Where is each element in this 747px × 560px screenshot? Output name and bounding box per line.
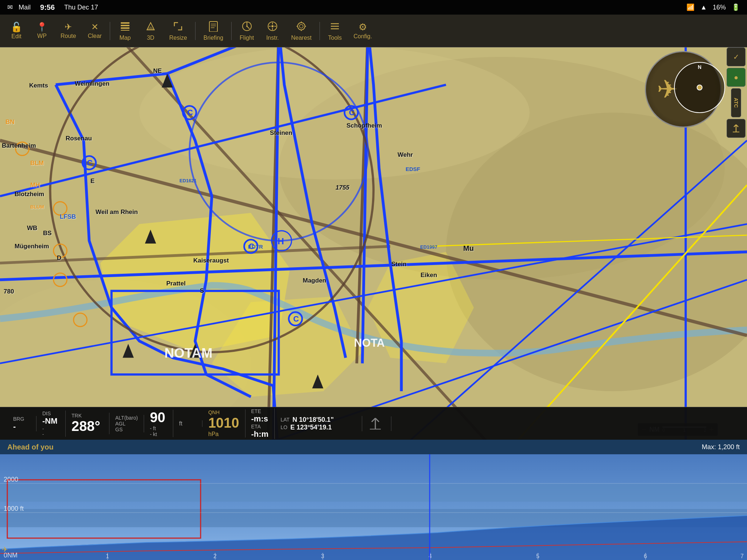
place-blotzheim: Blotzheim [15,191,44,198]
briefing-icon [208,21,219,33]
toolbar-clear-button[interactable]: ✕ Clear [82,20,108,42]
alt-val-group: 90 - ft - kt [144,410,173,437]
status-date: Thu Dec 17 [64,4,98,11]
agl-label: AGL [115,421,138,427]
svg-rect-0 [121,22,129,24]
toolbar-wp-button[interactable]: 📍 WP [29,20,55,42]
toolbar-flight-button[interactable]: Flight [234,19,260,43]
map-area[interactable]: C C C C C H NOTAM NOTA Weimlingen Kemts … [0,47,747,440]
map-label-btn: Map [119,35,131,41]
place-bn: BN [5,118,15,126]
dis-group: DIS -NM - - [36,411,66,437]
toolbar-edit-button[interactable]: 🔓 Edit [4,20,29,42]
alt-label: ALT(baro) [115,415,138,421]
qnh-unit: hPa [208,431,239,438]
qnh-group: QNH 1010 hPa [202,409,245,438]
profile-area: Ahead of you Max: 1,200 ft [0,440,747,560]
place-s: S [200,287,204,295]
agl-value: - ft [150,425,167,431]
sidebar-green-button[interactable]: ● [727,68,746,87]
sidebar-signal-button[interactable] [727,119,746,138]
toolbar-instr-button[interactable]: Instr. [260,19,285,43]
svg-text:NOTA: NOTA [354,337,385,349]
config-label: Config. [353,33,372,40]
place-lfsb: LFSB [60,213,76,221]
place-bartenheim: Bartenheim [2,142,36,149]
place-d: D [57,254,61,262]
flight-label: Flight [240,35,254,41]
brg-label: BRG [13,416,30,422]
toolbar-resize-button[interactable]: Resize [163,19,193,43]
place-wb: WB [27,225,37,232]
alt-group: ALT(baro) AGL GS [109,415,144,432]
edit-icon: 🔓 [11,22,22,32]
instrument-bar: BRG - DIS -NM - - TRK 288° ALT(baro) AGL… [0,407,747,440]
svg-rect-90 [0,483,747,502]
qnh-value: 1010 [208,415,239,431]
svg-text:C: C [187,108,193,117]
divider-1 [110,22,110,40]
place-mugenheim: Mügenheim [15,243,49,250]
3d-label: 3D [147,35,154,41]
wp-label: WP [37,33,47,39]
tools-icon [329,21,340,33]
svg-text:H: H [278,236,284,246]
sidebar-check-button[interactable]: ✓ [727,47,746,66]
divider-4 [320,22,320,40]
svg-line-13 [247,26,249,29]
svg-text:C: C [349,108,355,117]
svg-text:NOTAM: NOTAM [165,346,213,361]
resize-label: Resize [169,35,187,41]
toolbar: 🔓 Edit 📍 WP ✈ Route ✕ Clear Map [0,15,747,47]
eta-label: ETA [251,424,269,429]
signal-icon-group [362,416,391,431]
lat-label: LAT [280,417,290,423]
3d-icon [145,21,156,33]
svg-point-19 [271,25,274,27]
lat-value: N 10°18'50.1" [293,416,334,424]
ete-group: ETE -m:s ETA -h:m [245,408,275,439]
wp-icon: 📍 [36,23,47,31]
place-mu: Mu [463,244,474,253]
toolbar-briefing-button[interactable]: Briefing [198,19,229,43]
ete-label: ETE [251,408,269,414]
brg-group: BRG - [7,416,36,431]
toolbar-nearest-button[interactable]: Nearest [285,19,317,43]
resize-icon [173,21,183,33]
dis-value: -NM [42,416,59,426]
compass-rose: ✈ N [645,51,721,128]
profile-svg: 2000 1000 ft 0NM 1 2 3 4 5 6 7 ✈ [0,454,747,560]
brg-value: - [13,422,30,431]
place-rosenau: Rosenau [66,135,92,142]
gs-value: - kt [150,431,167,437]
place-stein: Stein [391,261,407,268]
toolbar-map-button[interactable]: Map [112,19,138,43]
clear-icon: ✕ [91,23,98,31]
alt-value: 90 [150,410,167,425]
toolbar-3d-button[interactable]: 3D [138,19,163,43]
dis-sub: - [42,426,59,431]
sidebar-atc-button[interactable]: ATC [731,88,741,117]
wifi-icon: 📶 [686,3,694,11]
map-icon [120,21,131,33]
route-icon: ✈ [65,23,72,31]
svg-point-21 [299,24,303,28]
briefing-label: Briefing [204,35,223,41]
toolbar-config-button[interactable]: ⚙ Config. [348,20,378,42]
place-steinen: Steinen [270,129,292,137]
dis-label: DIS [42,411,59,416]
toolbar-route-button[interactable]: ✈ Route [55,20,82,42]
status-bar: ✉ Mail 9:56 Thu Dec 17 📶 ▲ 16% 🔋 [0,0,747,15]
clear-label: Clear [88,33,102,39]
svg-rect-1 [121,25,129,26]
toolbar-tools-button[interactable]: Tools [322,19,348,43]
compass-center [697,85,703,90]
place-kernts: Kemts [29,82,48,89]
trk-value: 288° [71,419,103,434]
place-weilrhein: Weil am Rhein [96,209,138,216]
place-wehr: Wehr [398,151,413,159]
place-magden: Magden [303,277,326,284]
ete-value: -m:s [251,414,269,424]
trk-label: TRK [71,413,103,419]
place-bs: BS [43,230,52,237]
